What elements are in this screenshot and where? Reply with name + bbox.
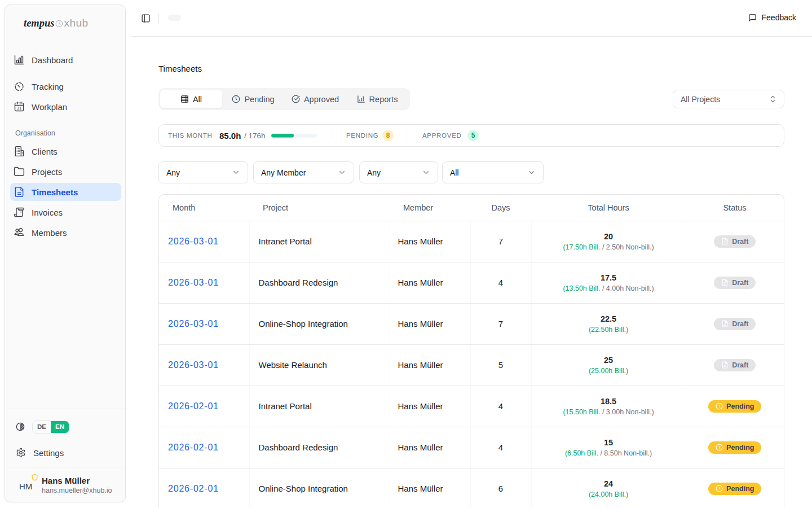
svg-text:31: 31 bbox=[17, 106, 22, 111]
